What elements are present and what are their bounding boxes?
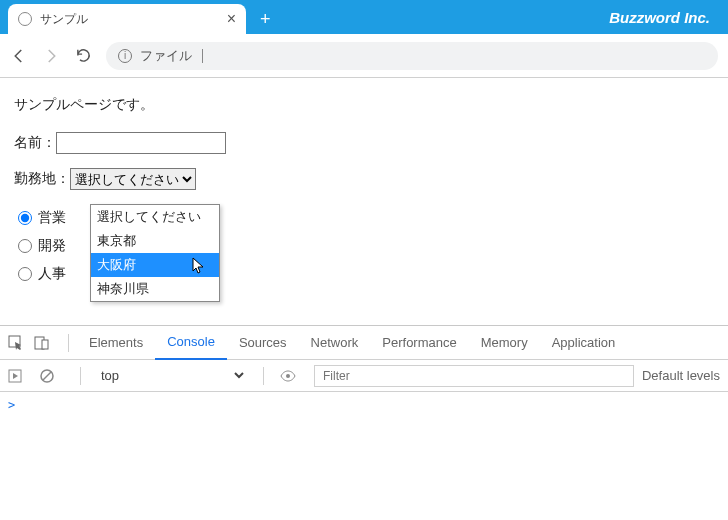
address-bar[interactable]: i ファイル bbox=[106, 42, 718, 70]
console-toolbar: top Default levels bbox=[0, 360, 728, 392]
dropdown-option-highlighted[interactable]: 大阪府 bbox=[91, 253, 219, 277]
svg-point-6 bbox=[286, 374, 290, 378]
radio-label: 人事 bbox=[38, 265, 66, 283]
radio-dev[interactable] bbox=[18, 239, 32, 253]
browser-tab[interactable]: サンプル × bbox=[8, 4, 246, 34]
location-label: 勤務地： bbox=[14, 170, 70, 188]
globe-icon bbox=[18, 12, 32, 26]
log-levels[interactable]: Default levels bbox=[642, 368, 720, 383]
page-content: サンプルページです。 名前： 勤務地： 選択してください 営業 開発 人事 選択… bbox=[0, 78, 728, 325]
radio-group: 営業 開発 人事 選択してください 東京都 大阪府 神奈川県 bbox=[14, 204, 714, 288]
tab-performance[interactable]: Performance bbox=[370, 326, 468, 360]
tab-sources[interactable]: Sources bbox=[227, 326, 299, 360]
play-icon[interactable] bbox=[8, 369, 22, 383]
brand-label: Buzzword Inc. bbox=[609, 0, 728, 34]
tab-memory[interactable]: Memory bbox=[469, 326, 540, 360]
location-row: 勤務地： 選択してください bbox=[14, 168, 714, 190]
tab-network[interactable]: Network bbox=[299, 326, 371, 360]
eye-icon[interactable] bbox=[280, 370, 296, 382]
separator bbox=[80, 367, 81, 385]
new-tab-button[interactable]: + bbox=[246, 4, 285, 34]
back-icon[interactable] bbox=[10, 47, 28, 65]
dropdown-option[interactable]: 選択してください bbox=[91, 205, 219, 229]
tab-console[interactable]: Console bbox=[155, 326, 227, 360]
devtools-tabs: Elements Console Sources Network Perform… bbox=[0, 326, 728, 360]
svg-line-5 bbox=[43, 372, 51, 380]
radio-label: 営業 bbox=[38, 209, 66, 227]
address-text: ファイル bbox=[140, 47, 192, 65]
tab-application[interactable]: Application bbox=[540, 326, 628, 360]
browser-toolbar: i ファイル bbox=[0, 34, 728, 78]
device-toggle-icon[interactable] bbox=[34, 335, 50, 351]
radio-label: 開発 bbox=[38, 237, 66, 255]
radio-hr[interactable] bbox=[18, 267, 32, 281]
name-label: 名前： bbox=[14, 134, 56, 152]
name-row: 名前： bbox=[14, 132, 714, 154]
inspect-icon[interactable] bbox=[8, 335, 24, 351]
tab-elements[interactable]: Elements bbox=[77, 326, 155, 360]
dropdown-option[interactable]: 東京都 bbox=[91, 229, 219, 253]
text-caret bbox=[202, 49, 203, 63]
context-select[interactable]: top bbox=[97, 367, 247, 384]
tab-title: サンプル bbox=[40, 11, 219, 28]
console-prompt: > bbox=[8, 398, 15, 412]
page-heading: サンプルページです。 bbox=[14, 96, 714, 114]
radio-sales[interactable] bbox=[18, 211, 32, 225]
separator bbox=[68, 334, 69, 352]
filter-input[interactable] bbox=[314, 365, 634, 387]
select-dropdown[interactable]: 選択してください 東京都 大阪府 神奈川県 bbox=[90, 204, 220, 302]
location-select[interactable]: 選択してください bbox=[70, 168, 196, 190]
clear-icon[interactable] bbox=[40, 369, 54, 383]
console-body[interactable]: > bbox=[0, 392, 728, 520]
name-input[interactable] bbox=[56, 132, 226, 154]
reload-icon[interactable] bbox=[74, 47, 92, 65]
info-icon[interactable]: i bbox=[118, 49, 132, 63]
forward-icon bbox=[42, 47, 60, 65]
dropdown-option[interactable]: 神奈川県 bbox=[91, 277, 219, 301]
devtools-panel: Elements Console Sources Network Perform… bbox=[0, 325, 728, 520]
close-icon[interactable]: × bbox=[227, 11, 236, 27]
svg-rect-2 bbox=[42, 340, 48, 349]
separator bbox=[263, 367, 264, 385]
browser-tab-strip: サンプル × + Buzzword Inc. bbox=[0, 0, 728, 34]
